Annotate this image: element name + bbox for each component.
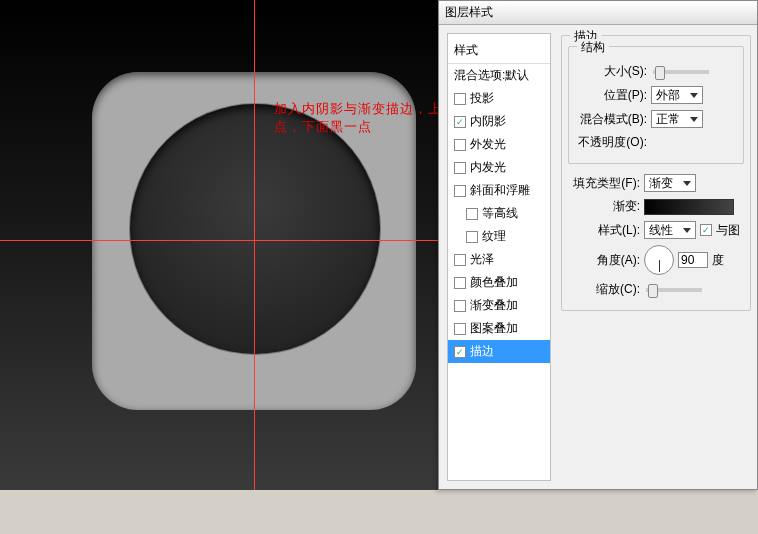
style-dropdown[interactable]: 线性 xyxy=(644,221,696,239)
circle-cutout xyxy=(130,104,380,354)
style-item-label: 颜色叠加 xyxy=(470,274,518,291)
size-label: 大小(S): xyxy=(575,63,647,80)
style-item-label: 渐变叠加 xyxy=(470,297,518,314)
dialog-title: 图层样式 xyxy=(445,4,493,21)
style-item-9[interactable]: 渐变叠加 xyxy=(448,294,550,317)
style-checkbox[interactable] xyxy=(454,93,466,105)
style-item-label: 等高线 xyxy=(482,205,518,222)
style-item-label: 图案叠加 xyxy=(470,320,518,337)
position-label: 位置(P): xyxy=(575,87,647,104)
angle-dial[interactable] xyxy=(644,245,674,275)
style-checkbox[interactable] xyxy=(454,323,466,335)
style-item-label: 光泽 xyxy=(470,251,494,268)
style-label: 样式(L): xyxy=(568,222,640,239)
stroke-group: 描边 结构 大小(S): 位置(P): 外部 混合模式(B): xyxy=(561,35,751,311)
style-item-label: 内发光 xyxy=(470,159,506,176)
position-dropdown[interactable]: 外部 xyxy=(651,86,703,104)
opacity-label: 不透明度(O): xyxy=(575,134,647,151)
style-checkbox[interactable] xyxy=(454,185,466,197)
angle-label: 角度(A): xyxy=(568,252,640,269)
gradient-swatch[interactable] xyxy=(644,199,734,215)
style-item-label: 纹理 xyxy=(482,228,506,245)
size-slider[interactable] xyxy=(653,70,709,74)
style-item-6[interactable]: 纹理 xyxy=(448,225,550,248)
blendmode-label: 混合模式(B): xyxy=(575,111,647,128)
style-item-4[interactable]: 斜面和浮雕 xyxy=(448,179,550,202)
structure-legend: 结构 xyxy=(577,39,609,56)
scale-label: 缩放(C): xyxy=(568,281,640,298)
align-checkbox[interactable]: ✓ xyxy=(700,224,712,236)
guide-horizontal xyxy=(0,240,498,241)
style-item-2[interactable]: 外发光 xyxy=(448,133,550,156)
styles-list-panel: 样式 混合选项:默认 投影✓内阴影外发光内发光斜面和浮雕等高线纹理光泽颜色叠加渐… xyxy=(447,33,551,481)
style-checkbox[interactable] xyxy=(454,300,466,312)
chevron-down-icon xyxy=(683,181,691,186)
style-item-5[interactable]: 等高线 xyxy=(448,202,550,225)
style-item-8[interactable]: 颜色叠加 xyxy=(448,271,550,294)
filltype-label: 填充类型(F): xyxy=(568,175,640,192)
style-checkbox[interactable] xyxy=(466,208,478,220)
guide-vertical xyxy=(254,0,255,490)
chevron-down-icon xyxy=(683,228,691,233)
style-checkbox[interactable] xyxy=(466,231,478,243)
style-item-0[interactable]: 投影 xyxy=(448,87,550,110)
style-checkbox[interactable] xyxy=(454,277,466,289)
layer-style-dialog: 图层样式 样式 混合选项:默认 投影✓内阴影外发光内发光斜面和浮雕等高线纹理光泽… xyxy=(438,0,758,490)
canvas-area: 加入内阴影与渐变描边，上面浅一点，下面黑一点 xyxy=(0,0,498,490)
style-item-label: 斜面和浮雕 xyxy=(470,182,530,199)
blend-options-row[interactable]: 混合选项:默认 xyxy=(448,64,550,87)
scale-slider[interactable] xyxy=(646,288,702,292)
style-item-3[interactable]: 内发光 xyxy=(448,156,550,179)
style-checkbox[interactable] xyxy=(454,254,466,266)
style-item-label: 内阴影 xyxy=(470,113,506,130)
style-item-label: 描边 xyxy=(470,343,494,360)
chevron-down-icon xyxy=(690,93,698,98)
angle-field[interactable] xyxy=(678,252,708,268)
style-checkbox[interactable] xyxy=(454,139,466,151)
angle-unit: 度 xyxy=(712,252,724,269)
styles-header[interactable]: 样式 xyxy=(448,38,550,64)
blendmode-dropdown[interactable]: 正常 xyxy=(651,110,703,128)
dialog-titlebar[interactable]: 图层样式 xyxy=(439,1,757,25)
align-label: 与图 xyxy=(716,222,740,239)
style-checkbox[interactable]: ✓ xyxy=(454,116,466,128)
style-item-11[interactable]: ✓描边 xyxy=(448,340,550,363)
style-item-label: 外发光 xyxy=(470,136,506,153)
stroke-options-panel: 描边 结构 大小(S): 位置(P): 外部 混合模式(B): xyxy=(555,25,757,489)
structure-group: 结构 大小(S): 位置(P): 外部 混合模式(B): xyxy=(568,46,744,164)
style-checkbox[interactable] xyxy=(454,162,466,174)
style-item-label: 投影 xyxy=(470,90,494,107)
style-item-1[interactable]: ✓内阴影 xyxy=(448,110,550,133)
gradient-label: 渐变: xyxy=(568,198,640,215)
filltype-dropdown[interactable]: 渐变 xyxy=(644,174,696,192)
chevron-down-icon xyxy=(690,117,698,122)
style-checkbox[interactable]: ✓ xyxy=(454,346,466,358)
style-item-10[interactable]: 图案叠加 xyxy=(448,317,550,340)
style-item-7[interactable]: 光泽 xyxy=(448,248,550,271)
